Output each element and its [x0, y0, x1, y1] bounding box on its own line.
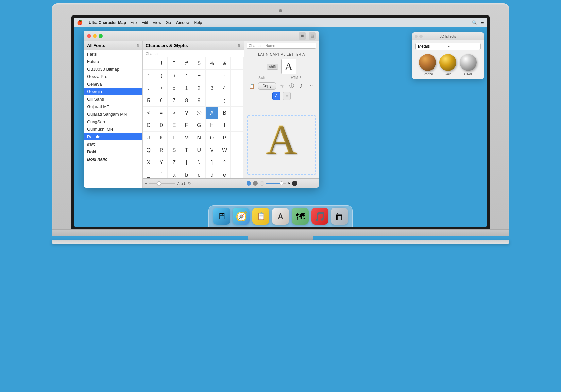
- font-item[interactable]: Gill Sans: [84, 95, 142, 103]
- char-cell[interactable]: [231, 94, 244, 107]
- grid-view-icon[interactable]: ⊞: [299, 32, 306, 40]
- char-cell[interactable]: 9: [193, 94, 206, 107]
- font-list[interactable]: Farisi Futura GB18030 Bitmap Geeza Pro G…: [84, 50, 142, 188]
- char-cell[interactable]: T: [180, 144, 193, 156]
- font-item[interactable]: Farisi: [84, 50, 142, 58]
- char-cell[interactable]: C: [143, 119, 155, 132]
- font-item-georgia[interactable]: Georgia: [84, 88, 142, 95]
- font-item-italic[interactable]: Italic: [84, 140, 142, 148]
- char-cell[interactable]: E: [168, 119, 180, 132]
- dock-item-fontbook[interactable]: A: [272, 208, 289, 225]
- color-dark-dot[interactable]: [292, 181, 297, 186]
- char-cell[interactable]: J: [143, 132, 155, 144]
- char-cell[interactable]: .: [143, 82, 155, 94]
- char-cell[interactable]: [231, 144, 244, 156]
- char-cell[interactable]: W: [218, 144, 231, 156]
- char-cell[interactable]: a: [168, 169, 180, 178]
- char-cell[interactable]: 7: [168, 94, 180, 107]
- char-cell[interactable]: *: [180, 70, 193, 82]
- char-cell[interactable]: e: [218, 169, 231, 178]
- char-cell[interactable]: [231, 70, 244, 82]
- char-cell[interactable]: 6: [155, 94, 168, 107]
- color-blue-dot[interactable]: [246, 181, 251, 186]
- char-cell[interactable]: ": [168, 57, 180, 70]
- menu-view[interactable]: View: [153, 20, 161, 25]
- char-cell[interactable]: !: [155, 57, 168, 70]
- char-cell[interactable]: [231, 156, 244, 169]
- char-view-grid-btn[interactable]: A: [272, 92, 280, 100]
- dock-item-maps[interactable]: 🗺: [292, 208, 309, 225]
- char-cell[interactable]: :: [206, 94, 218, 107]
- dock-item-finder[interactable]: 🖥: [213, 208, 230, 225]
- char-cell[interactable]: ?: [180, 107, 193, 119]
- char-cell[interactable]: [231, 57, 244, 70]
- effect-item-silver[interactable]: Silver: [460, 54, 477, 76]
- dock-item-trash[interactable]: 🗑: [331, 208, 348, 225]
- char-cell[interactable]: b: [180, 169, 193, 178]
- char-cell[interactable]: [: [180, 156, 193, 169]
- char-cell[interactable]: ): [168, 70, 180, 82]
- char-cell[interactable]: D: [155, 119, 168, 132]
- char-cell[interactable]: 8: [180, 94, 193, 107]
- char-view-list-btn[interactable]: ≡: [283, 92, 291, 100]
- menu-edit[interactable]: Edit: [141, 20, 148, 25]
- char-cell[interactable]: /: [155, 82, 168, 94]
- font-item-bold[interactable]: Bold: [84, 148, 142, 155]
- star-icon[interactable]: ☆: [278, 82, 285, 90]
- char-cell[interactable]: @: [193, 107, 206, 119]
- char-cell[interactable]: d: [206, 169, 218, 178]
- char-cell[interactable]: ^: [218, 156, 231, 169]
- share-icon[interactable]: ⤴: [298, 82, 305, 90]
- apple-menu-icon[interactable]: 🍎: [77, 20, 83, 25]
- char-cell[interactable]: [143, 57, 155, 70]
- char-cell[interactable]: I: [218, 119, 231, 132]
- opacity-thumb[interactable]: [280, 181, 283, 185]
- char-cell[interactable]: &: [218, 57, 231, 70]
- effect-item-gold[interactable]: Gold: [439, 54, 456, 76]
- menu-go[interactable]: Go: [166, 20, 171, 25]
- char-size-thumb[interactable]: [157, 181, 161, 185]
- font-item[interactable]: Futura: [84, 58, 142, 65]
- char-sort-icon[interactable]: ⇅: [238, 44, 240, 47]
- char-cell[interactable]: -: [218, 70, 231, 82]
- char-cell[interactable]: [231, 107, 244, 119]
- color-white-dot[interactable]: [260, 181, 264, 186]
- char-cell[interactable]: S: [168, 144, 180, 156]
- char-cell[interactable]: ,: [206, 70, 218, 82]
- char-cell[interactable]: \: [193, 156, 206, 169]
- char-cell[interactable]: X: [143, 156, 155, 169]
- char-cell[interactable]: R: [155, 144, 168, 156]
- effects-dropdown[interactable]: Metals ▾: [415, 43, 481, 50]
- char-cell[interactable]: <: [143, 107, 155, 119]
- font-sort-icon[interactable]: ⇅: [136, 44, 139, 47]
- copy-button[interactable]: Copy: [258, 82, 276, 90]
- char-cell[interactable]: 4: [218, 82, 231, 94]
- search-icon[interactable]: 🔍: [472, 20, 477, 25]
- char-cell-selected-A[interactable]: A: [206, 107, 218, 119]
- char-cell[interactable]: U: [193, 144, 206, 156]
- char-cell[interactable]: F: [180, 119, 193, 132]
- char-cell[interactable]: #: [180, 57, 193, 70]
- char-cell[interactable]: 2: [193, 82, 206, 94]
- char-cell[interactable]: ;: [218, 94, 231, 107]
- menu-help[interactable]: Help: [194, 20, 202, 25]
- char-cell[interactable]: G: [193, 119, 206, 132]
- char-cell[interactable]: [231, 169, 244, 178]
- close-button[interactable]: [87, 34, 91, 38]
- font-item-bold-italic[interactable]: Bold Italic: [84, 155, 142, 163]
- minimize-button[interactable]: [93, 34, 97, 38]
- font-item-regular[interactable]: Regular: [84, 133, 142, 140]
- char-cell[interactable]: _: [143, 169, 155, 178]
- char-cell[interactable]: Z: [168, 156, 180, 169]
- char-cell[interactable]: V: [206, 144, 218, 156]
- char-cell[interactable]: [231, 132, 244, 144]
- char-cell[interactable]: Y: [155, 156, 168, 169]
- font-icon[interactable]: a/: [307, 82, 314, 90]
- menu-file[interactable]: File: [130, 20, 137, 25]
- font-item[interactable]: Geeza Pro: [84, 73, 142, 80]
- effects-close-btn[interactable]: [415, 35, 418, 38]
- dock-item-music[interactable]: 🎵: [311, 208, 328, 225]
- color-gray-dot[interactable]: [253, 181, 258, 186]
- font-item[interactable]: GungSeo: [84, 118, 142, 125]
- char-cell[interactable]: L: [168, 132, 180, 144]
